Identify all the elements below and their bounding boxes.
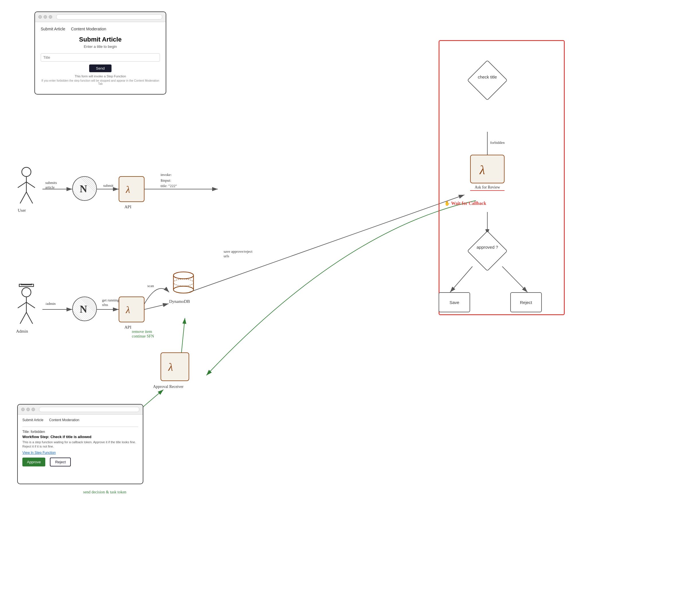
browser-dot-1 xyxy=(38,15,42,19)
browser-dot-3 xyxy=(49,15,52,19)
send-button[interactable]: Send xyxy=(89,64,111,72)
browser-dot-2 xyxy=(44,15,47,19)
view-in-step-function-link[interactable]: View In Step Function xyxy=(22,451,138,455)
approval-receiver-label: Approval Receiver xyxy=(153,384,184,389)
admin-label: Admin xyxy=(16,329,28,334)
admin-content: Submit Article Content Moderation Title:… xyxy=(18,415,143,470)
submits-article-label: submits article xyxy=(45,180,57,190)
form-subtitle: Enter a title to begin xyxy=(41,44,160,49)
form-note2: If you enter forbidden the step function… xyxy=(41,79,160,85)
svg-line-18 xyxy=(26,192,33,203)
get-running-sfns-label: get running sfns xyxy=(102,298,119,307)
nav-tabs: Submit Article Content Moderation xyxy=(41,27,160,31)
user-api-gateway-icon: N xyxy=(72,176,97,201)
admin-tab-content-mod[interactable]: Content Moderation xyxy=(49,418,79,422)
remove-item-label: remove item continue SFN xyxy=(132,329,154,339)
admin-browser: Submit Article Content Moderation Title:… xyxy=(17,404,143,484)
approve-button[interactable]: Approve xyxy=(22,458,45,466)
user-stick-figure xyxy=(12,166,41,212)
forbidden-label: forbidden xyxy=(490,140,505,145)
svg-line-8 xyxy=(145,304,169,309)
check-title-diamond xyxy=(467,60,508,100)
svg-line-26 xyxy=(26,312,33,324)
svg-text:N: N xyxy=(80,183,87,195)
scan-label: scan xyxy=(147,284,154,288)
svg-point-32 xyxy=(173,286,194,293)
send-decision-label: send decision & task token xyxy=(83,490,126,494)
user-label: User xyxy=(18,208,26,213)
admin-nav-tabs: Submit Article Content Moderation xyxy=(22,418,138,422)
tab-content-moderation[interactable]: Content Moderation xyxy=(71,27,106,31)
submit-form-content: Submit Article Content Moderation Submit… xyxy=(35,22,166,90)
svg-line-23 xyxy=(18,302,26,308)
admin-stick-figure xyxy=(12,284,41,332)
save-approve-reject-label: save approve/reject urls xyxy=(223,249,253,259)
svg-line-25 xyxy=(20,312,26,324)
lambda-api-label-admin: API xyxy=(124,325,131,330)
browser-bar-bottom xyxy=(18,404,143,415)
invoke-label: invoke: $input: title: "222" xyxy=(160,172,177,189)
submit-label: submit xyxy=(103,183,113,188)
approved-diamond xyxy=(467,230,508,271)
check-title-label: check title xyxy=(470,74,504,79)
admin-workflow-step: Workflow Step: Check if title is allowed xyxy=(22,435,138,439)
svg-line-16 xyxy=(26,182,35,188)
admin-api-gateway-icon: N xyxy=(72,296,97,321)
reject-box: Reject xyxy=(510,292,542,312)
divider xyxy=(22,426,138,427)
browser-dot-b1 xyxy=(21,408,25,411)
approved-label: approved ? xyxy=(470,245,504,249)
tab-submit-article[interactable]: Submit Article xyxy=(41,27,65,31)
check-title-container: check title xyxy=(470,63,504,97)
form-title: Submit Article xyxy=(41,36,160,43)
lambda-api-label-top: API xyxy=(124,204,131,210)
svg-text:λ: λ xyxy=(168,361,173,373)
svg-text:λ: λ xyxy=(126,184,130,195)
wait-for-callback-label: ✋ Wait for Callback xyxy=(444,201,486,206)
user-lambda-icon: λ xyxy=(119,176,145,202)
svg-point-35 xyxy=(173,279,194,286)
svg-line-24 xyxy=(26,302,35,308)
browser-dot-b3 xyxy=(31,408,35,411)
svg-point-13 xyxy=(22,167,31,176)
svg-text:λ: λ xyxy=(479,163,485,177)
svg-point-21 xyxy=(22,288,31,297)
admin-description: This is a step function waiting for a ca… xyxy=(22,440,138,449)
browser-bar-top xyxy=(35,12,166,22)
admin-title-line: Title: forbidden xyxy=(22,430,138,434)
ask-for-review-label: Ask for Review xyxy=(470,185,504,191)
action-buttons: Approve Reject xyxy=(22,458,138,466)
svg-text:N: N xyxy=(80,303,87,315)
svg-line-15 xyxy=(18,182,26,188)
admin-lambda-icon: λ xyxy=(119,296,145,322)
dynamodb-label: DynamoDB xyxy=(169,299,190,304)
save-box: Save xyxy=(438,292,470,312)
svg-point-31 xyxy=(173,272,194,279)
svg-text:λ: λ xyxy=(126,305,130,315)
form-note1: This form will invoke a Step Function xyxy=(41,74,160,78)
admin-route-label: /admin xyxy=(45,302,56,306)
browser-dot-b2 xyxy=(26,408,30,411)
browser-address-bar xyxy=(56,14,162,20)
browser-address-bar-bottom xyxy=(39,407,139,412)
dynamodb-icon xyxy=(169,268,198,297)
submit-article-browser: Submit Article Content Moderation Submit… xyxy=(35,12,166,94)
reject-button[interactable]: Reject xyxy=(50,458,71,466)
svg-line-17 xyxy=(20,192,26,203)
title-input[interactable] xyxy=(41,53,160,62)
approval-receiver-lambda: λ xyxy=(160,352,189,381)
admin-tab-submit[interactable]: Submit Article xyxy=(22,418,43,422)
approved-container: approved ? xyxy=(470,234,504,268)
ask-for-review-lambda: λ xyxy=(470,155,504,183)
